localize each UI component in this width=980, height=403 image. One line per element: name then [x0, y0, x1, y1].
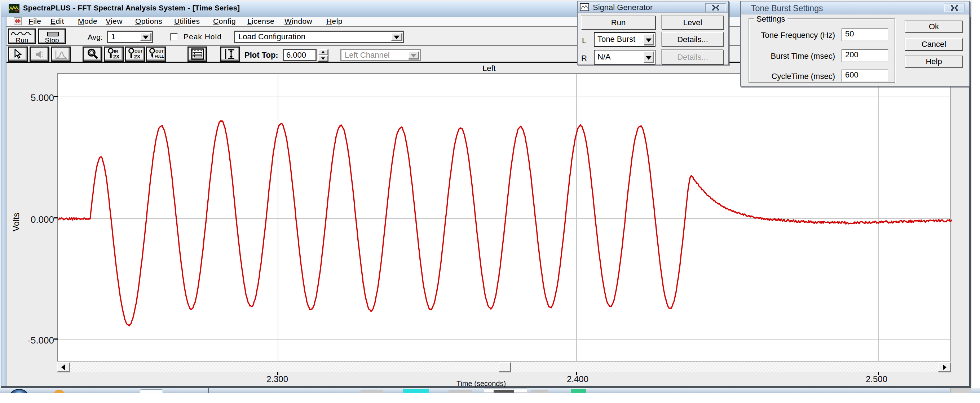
svg-text:FULL: FULL	[155, 54, 164, 59]
svg-text:OUT: OUT	[135, 49, 143, 53]
svg-text:OUT: OUT	[155, 49, 164, 53]
svg-text:IN: IN	[114, 49, 118, 53]
svg-text:2X: 2X	[134, 54, 141, 59]
svg-text:2X: 2X	[113, 54, 120, 59]
